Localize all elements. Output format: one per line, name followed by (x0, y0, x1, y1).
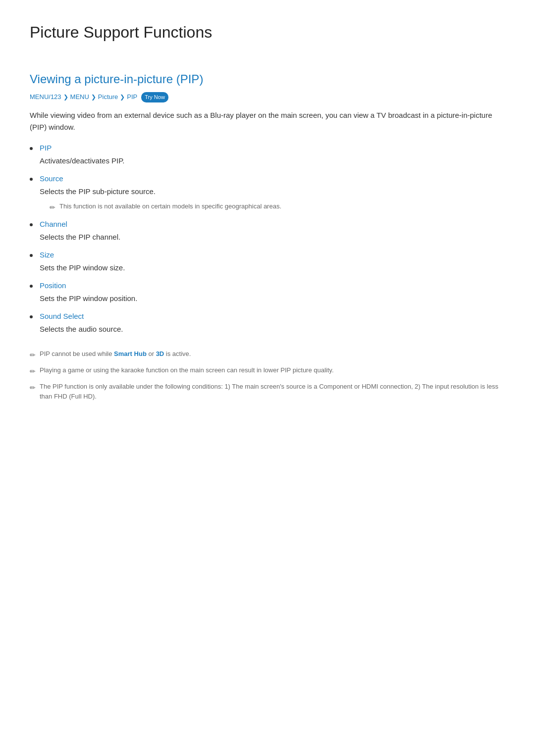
list-item-sound-select: Sound Select Selects the audio source. (30, 310, 505, 339)
bullet-dot-source (30, 178, 33, 181)
bullet-content-pip: PIP Activates/deactivates PIP. (40, 142, 505, 171)
bullet-label-channel[interactable]: Channel (40, 218, 505, 230)
list-item-pip: PIP Activates/deactivates PIP. (30, 142, 505, 171)
bottom-note-3: ✏ The PIP function is only available und… (30, 382, 505, 401)
bottom-note-2: ✏ Playing a game or using the karaoke fu… (30, 365, 505, 377)
source-note: ✏ This function is not available on cert… (50, 202, 505, 213)
bottom-note-1: ✏ PIP cannot be used while Smart Hub or … (30, 349, 505, 360)
bullet-label-sound-select[interactable]: Sound Select (40, 310, 505, 322)
breadcrumb-sep-2: ❯ (91, 93, 96, 102)
list-item-channel: Channel Selects the PIP channel. (30, 218, 505, 247)
list-item-size: Size Sets the PIP window size. (30, 249, 505, 278)
bullet-dot-position (30, 285, 33, 288)
bullet-label-size[interactable]: Size (40, 249, 505, 261)
bullet-dot-channel (30, 223, 33, 226)
bullet-desc-size: Sets the PIP window size. (40, 262, 505, 274)
bullet-label-source[interactable]: Source (40, 173, 505, 185)
bullet-content-size: Size Sets the PIP window size. (40, 249, 505, 278)
bottom-notes: ✏ PIP cannot be used while Smart Hub or … (30, 349, 505, 402)
pip-section: Viewing a picture-in-picture (PIP) MENU/… (30, 70, 505, 401)
bottom-note-text-1: PIP cannot be used while Smart Hub or 3D… (40, 349, 191, 359)
bullet-content-source: Source Selects the PIP sub-picture sourc… (40, 173, 505, 216)
bullet-desc-source: Selects the PIP sub-picture source. (40, 186, 505, 198)
breadcrumb-item-menu123[interactable]: MENU/123 (30, 92, 61, 102)
bullet-dot-pip (30, 147, 33, 150)
pencil-icon-1: ✏ (30, 350, 36, 360)
bullet-content-sound-select: Sound Select Selects the audio source. (40, 310, 505, 339)
source-note-text: This function is not available on certai… (59, 202, 281, 211)
feature-list: PIP Activates/deactivates PIP. Source Se… (30, 142, 505, 339)
bottom-note-text-2: Playing a game or using the karaoke func… (40, 365, 334, 375)
pencil-icon-source: ✏ (50, 202, 55, 213)
bullet-desc-sound-select: Selects the audio source. (40, 323, 505, 335)
breadcrumb-item-picture[interactable]: Picture (98, 92, 118, 102)
bullet-desc-position: Sets the PIP window position. (40, 293, 505, 304)
breadcrumb-sep-3: ❯ (120, 93, 125, 102)
bullet-label-pip[interactable]: PIP (40, 142, 505, 154)
bullet-label-position[interactable]: Position (40, 280, 505, 292)
page-title: Picture Support Functions (30, 20, 505, 50)
breadcrumb-item-pip[interactable]: PIP (127, 92, 137, 102)
3d-link[interactable]: 3D (156, 350, 164, 357)
bottom-note-text-3: The PIP function is only available under… (40, 382, 505, 401)
list-item-source: Source Selects the PIP sub-picture sourc… (30, 173, 505, 216)
pencil-icon-3: ✏ (30, 382, 36, 393)
smart-hub-link[interactable]: Smart Hub (114, 350, 147, 357)
intro-text: While viewing video from an external dev… (30, 109, 505, 133)
pencil-icon-2: ✏ (30, 366, 36, 377)
bullet-desc-channel: Selects the PIP channel. (40, 231, 505, 243)
breadcrumb-sep-1: ❯ (63, 93, 68, 102)
breadcrumb: MENU/123 ❯ MENU ❯ Picture ❯ PIP Try Now (30, 92, 505, 103)
bullet-dot-size (30, 254, 33, 257)
section-heading: Viewing a picture-in-picture (PIP) (30, 70, 505, 89)
bullet-dot-sound-select (30, 315, 33, 318)
bullet-content-channel: Channel Selects the PIP channel. (40, 218, 505, 247)
bullet-content-position: Position Sets the PIP window position. (40, 280, 505, 308)
list-item-position: Position Sets the PIP window position. (30, 280, 505, 308)
breadcrumb-item-menu[interactable]: MENU (70, 92, 89, 102)
try-now-badge[interactable]: Try Now (141, 92, 168, 103)
bullet-desc-pip: Activates/deactivates PIP. (40, 155, 505, 167)
